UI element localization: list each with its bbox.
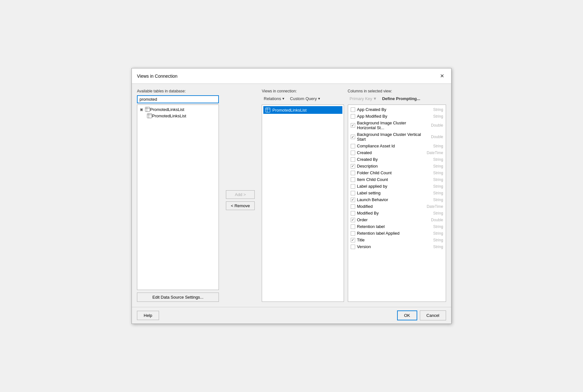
cancel-button[interactable]: Cancel: [420, 310, 446, 320]
relations-button[interactable]: Relations ▼: [262, 95, 287, 102]
column-checkbox[interactable]: [351, 224, 355, 229]
column-item: VersionString: [348, 243, 446, 250]
close-button[interactable]: ✕: [438, 72, 446, 80]
primary-key-label: Primary Key: [350, 96, 372, 101]
tree-item-child[interactable]: PromotedLinksList: [146, 113, 217, 119]
column-checkbox[interactable]: [351, 238, 355, 242]
search-input[interactable]: [137, 95, 219, 103]
column-name: App Created By: [357, 107, 422, 112]
column-checkbox[interactable]: [351, 204, 355, 209]
column-checkbox[interactable]: [351, 107, 355, 112]
column-type: String: [424, 171, 443, 175]
column-checkbox[interactable]: [351, 184, 355, 189]
svg-rect-0: [145, 107, 150, 112]
columns-list: App Created ByStringApp Modified ByStrin…: [348, 105, 446, 302]
dialog-title: Views in Connection: [137, 74, 178, 79]
footer-right: OK Cancel: [397, 310, 446, 320]
column-type: String: [424, 198, 443, 202]
views-panel-label: Views in connection:: [262, 89, 344, 93]
column-type: String: [424, 144, 443, 148]
column-checkbox[interactable]: [351, 218, 355, 222]
relations-label: Relations: [264, 96, 281, 101]
title-bar: Views in Connection ✕: [132, 68, 451, 84]
column-checkbox[interactable]: [351, 171, 355, 175]
column-item: OrderDouble: [348, 216, 446, 223]
expand-icon: ▣: [140, 107, 144, 112]
column-name: App Modified By: [357, 114, 422, 119]
column-name: Folder Child Count: [357, 170, 422, 175]
column-type: DateTime: [424, 151, 443, 155]
column-type: String: [424, 114, 443, 119]
columns-panel: Columns in selected view: Primary Key ▼ …: [348, 89, 446, 302]
column-item: Background Image Cluster Vertical StartD…: [348, 131, 446, 143]
column-checkbox[interactable]: [351, 191, 355, 195]
column-item: Label settingString: [348, 190, 446, 196]
column-name: Created: [357, 150, 422, 155]
column-type: String: [424, 184, 443, 189]
primary-key-button[interactable]: Primary Key ▼: [348, 95, 379, 102]
column-name: Retention label: [357, 224, 422, 229]
column-checkbox[interactable]: [351, 144, 355, 148]
column-type: String: [424, 231, 443, 236]
column-type: String: [424, 164, 443, 169]
column-name: Modified: [357, 204, 422, 209]
column-checkbox[interactable]: [351, 135, 355, 139]
custom-query-button[interactable]: Custom Query ▼: [288, 95, 323, 102]
column-item: Created ByString: [348, 156, 446, 163]
column-type: String: [424, 157, 443, 162]
column-checkbox[interactable]: [351, 157, 355, 162]
dialog-footer: Help OK Cancel: [132, 307, 451, 324]
ok-button[interactable]: OK: [397, 310, 417, 320]
column-type: Double: [424, 218, 443, 222]
column-checkbox[interactable]: [351, 245, 355, 249]
help-button[interactable]: Help: [137, 311, 159, 320]
column-name: Order: [357, 217, 422, 222]
tables-tree: ▣ PromotedLinksList: [137, 105, 219, 290]
column-checkbox[interactable]: [351, 151, 355, 155]
dialog-body: Available tables in database: ▣ Promoted…: [132, 84, 451, 307]
column-type: DateTime: [424, 204, 443, 209]
tree-item-parent[interactable]: ▣ PromotedLinksList: [139, 106, 217, 113]
column-type: String: [424, 238, 443, 242]
column-name: Version: [357, 244, 422, 249]
column-checkbox[interactable]: [351, 177, 355, 182]
column-name: Modified By: [357, 211, 422, 216]
define-prompting-button[interactable]: Define Prompting...: [380, 95, 422, 102]
column-item: Label applied byString: [348, 183, 446, 190]
column-checkbox[interactable]: [351, 114, 355, 119]
column-item: Modified ByString: [348, 210, 446, 216]
column-checkbox[interactable]: [351, 123, 355, 128]
column-item: TitleString: [348, 237, 446, 243]
tree-item-child-label: PromotedLinksList: [152, 114, 186, 118]
column-checkbox[interactable]: [351, 211, 355, 216]
column-type: Double: [424, 123, 443, 128]
table-icon-child: [147, 113, 152, 118]
add-button[interactable]: Add >: [226, 190, 255, 199]
edit-datasource-button[interactable]: Edit Data Source Settings...: [137, 293, 219, 302]
custom-query-dropdown-arrow: ▼: [317, 97, 321, 100]
footer-left: Help: [137, 311, 159, 320]
column-name: Label applied by: [357, 184, 422, 189]
column-checkbox[interactable]: [351, 231, 355, 236]
view-item-name: PromotedLinksList: [272, 108, 307, 113]
views-toolbar: Relations ▼ Custom Query ▼: [262, 95, 344, 102]
column-type: String: [424, 211, 443, 216]
tree-children: PromotedLinksList: [146, 113, 217, 119]
column-item: App Modified ByString: [348, 113, 446, 120]
column-name: Background Image Cluster Vertical Start: [357, 132, 422, 142]
column-name: Item Child Count: [357, 177, 422, 182]
column-name: Compliance Asset Id: [357, 144, 422, 148]
column-checkbox[interactable]: [351, 198, 355, 202]
column-type: Double: [424, 135, 443, 139]
svg-rect-6: [266, 108, 270, 112]
column-item: Launch BehaviorString: [348, 196, 446, 203]
column-name: Launch Behavior: [357, 197, 422, 202]
column-item: Retention label AppliedString: [348, 230, 446, 237]
column-name: Retention label Applied: [357, 231, 422, 236]
columns-toolbar: Primary Key ▼ Define Prompting...: [348, 95, 446, 102]
remove-button[interactable]: < Remove: [226, 201, 255, 210]
columns-panel-label: Columns in selected view:: [348, 89, 446, 93]
column-name: Created By: [357, 157, 422, 162]
view-item[interactable]: PromotedLinksList: [263, 106, 342, 114]
column-checkbox[interactable]: [351, 164, 355, 169]
